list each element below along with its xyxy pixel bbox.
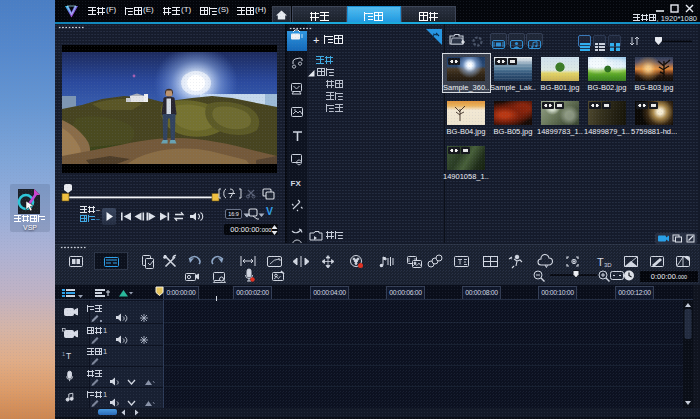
svg-text:T: T	[597, 256, 604, 268]
svg-text:FX: FX	[291, 179, 302, 188]
svg-text:3D: 3D	[604, 262, 612, 268]
svg-text:1: 1	[62, 351, 65, 357]
svg-text:T: T	[66, 351, 71, 361]
